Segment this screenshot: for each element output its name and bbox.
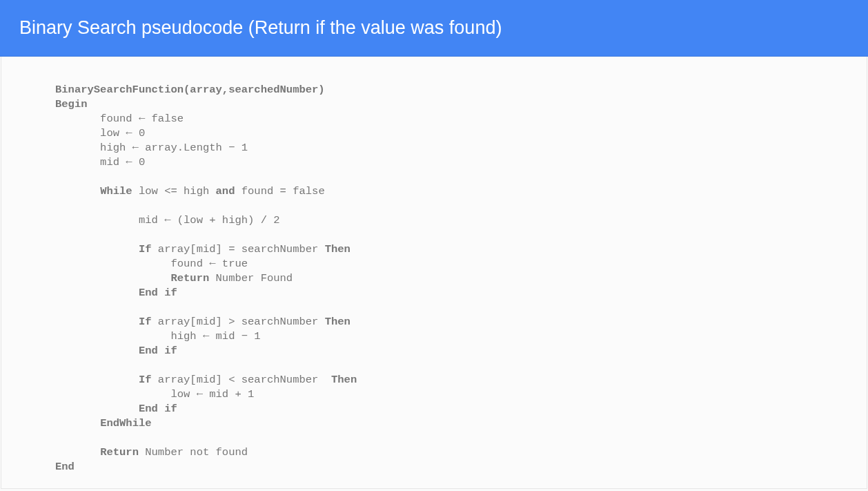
code-line: high ← array.Length − 1 xyxy=(55,142,248,154)
code-line: low ← mid + 1 xyxy=(55,388,254,401)
code-line: high ← mid − 1 xyxy=(55,330,261,343)
slide-title: Binary Search pseudocode (Return if the … xyxy=(19,17,502,38)
code-line: End if xyxy=(55,345,177,357)
slide-content: BinarySearchFunction(array,searchedNumbe… xyxy=(1,57,867,489)
code-line: Return Number not found xyxy=(55,446,248,459)
code-line: low ← 0 xyxy=(55,127,145,139)
code-line: End if xyxy=(55,287,177,299)
code-line: mid ← (low + high) / 2 xyxy=(55,214,280,227)
code-line: If array[mid] = searchNumber Then xyxy=(55,243,351,256)
code-line: EndWhile xyxy=(55,417,152,430)
code-line: BinarySearchFunction(array,searchedNumbe… xyxy=(55,84,325,96)
code-line: If array[mid] > searchNumber Then xyxy=(55,316,351,328)
slide-header: Binary Search pseudocode (Return if the … xyxy=(0,0,868,57)
code-line: found ← false xyxy=(55,113,184,125)
code-line: Return Number Found xyxy=(55,272,293,285)
pseudocode-block: BinarySearchFunction(array,searchedNumbe… xyxy=(55,83,867,474)
code-line: If array[mid] < searchNumber Then xyxy=(55,374,357,386)
code-line: End xyxy=(55,461,75,473)
code-line: mid ← 0 xyxy=(55,156,145,169)
code-line: While low <= high and found = false xyxy=(55,185,325,198)
code-line: End if xyxy=(55,403,177,415)
code-line: Begin xyxy=(55,98,88,110)
code-line: found ← true xyxy=(55,258,248,270)
